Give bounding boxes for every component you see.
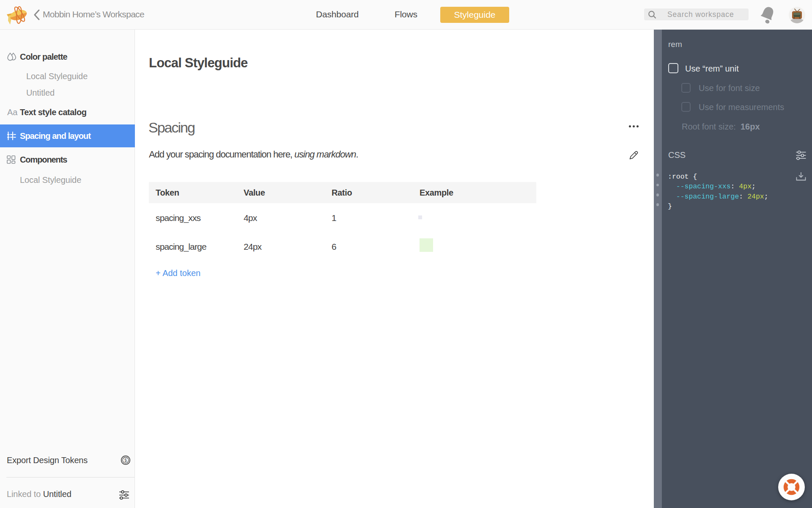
svg-text:$: $ bbox=[124, 458, 127, 463]
